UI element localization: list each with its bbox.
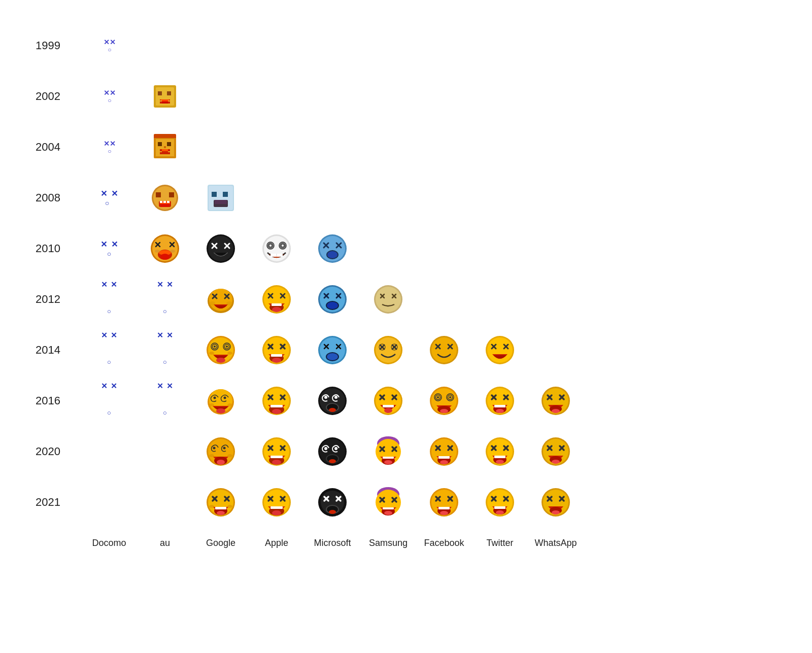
cell-2016-whatsapp (528, 375, 584, 426)
svg-point-134 (226, 346, 228, 348)
svg-point-230 (552, 409, 560, 413)
svg-point-128 (227, 352, 232, 355)
year-1999: 1999 (30, 20, 81, 71)
svg-point-162 (431, 337, 457, 363)
svg-point-127 (209, 352, 214, 355)
svg-rect-326 (383, 507, 394, 509)
apple-2016-emoji (261, 386, 292, 416)
cell-2020-samsung (360, 426, 416, 477)
svg-rect-43 (161, 204, 169, 207)
svg-point-144 (272, 358, 281, 363)
year-2004: 2004 (30, 122, 81, 173)
svg-rect-46 (167, 201, 170, 203)
svg-point-353 (552, 510, 560, 514)
cell-2008-au (137, 173, 193, 223)
cell-2014-facebook (416, 325, 472, 375)
svg-rect-20 (160, 142, 162, 144)
svg-rect-280 (494, 456, 505, 458)
cell-2010-whatsapp (528, 223, 584, 274)
year-2010: 2010 (30, 223, 81, 274)
cell-2016-apple (249, 375, 304, 426)
svg-point-110 (272, 307, 281, 312)
svg-point-336 (440, 511, 448, 515)
svg-point-118 (327, 302, 338, 309)
emoji-grid: 1999 ✕ ✕ ○ 2002 ✕ ✕ ○ (30, 20, 782, 558)
cell-2021-twitter (472, 477, 528, 528)
svg-rect-5 (158, 93, 160, 95)
year-2012: 2012 (30, 274, 81, 325)
svg-rect-22 (167, 142, 169, 144)
svg-rect-33 (156, 192, 158, 195)
year-2014: 2014 (30, 325, 81, 375)
svg-rect-9 (167, 93, 169, 95)
cell-2020-docomo (81, 426, 137, 477)
svg-rect-44 (160, 201, 162, 203)
cell-2012-whatsapp (528, 274, 584, 325)
svg-rect-26 (164, 146, 166, 148)
svg-rect-58 (215, 200, 227, 204)
svg-rect-54 (225, 194, 228, 197)
svg-point-192 (334, 396, 337, 399)
svg-rect-36 (156, 195, 158, 197)
svg-rect-24 (169, 142, 171, 144)
google-2016-emoji (206, 386, 236, 416)
svg-point-177 (214, 397, 216, 399)
cell-2010-google (193, 223, 249, 274)
svg-point-195 (329, 408, 336, 412)
cell-2021-apple (249, 477, 304, 528)
cell-2008-facebook (416, 173, 472, 223)
year-2002: 2002 (30, 71, 81, 122)
svg-point-208 (437, 396, 439, 398)
svg-rect-38 (172, 195, 174, 197)
cell-2012-apple (249, 274, 304, 325)
svg-rect-35 (158, 192, 161, 195)
cell-2004-facebook (416, 122, 472, 173)
facebook-2016-emoji (429, 386, 459, 416)
svg-point-168 (487, 337, 513, 363)
svg-point-93 (327, 251, 337, 258)
svg-point-236 (223, 447, 226, 450)
cell-1999-twitter (472, 20, 528, 71)
cell-1999-whatsapp (528, 20, 584, 71)
apple-2021-emoji (261, 487, 292, 518)
cell-2016-twitter (472, 375, 528, 426)
whatsapp-2021-emoji (540, 487, 571, 518)
whatsapp-2016-emoji (540, 386, 571, 416)
cell-2016-microsoft (304, 375, 360, 426)
cell-2016-docomo: ✕ ✕ ○ (81, 375, 137, 426)
svg-rect-37 (169, 192, 172, 195)
svg-point-191 (324, 396, 327, 399)
svg-point-247 (272, 460, 281, 465)
twitter-2021-emoji (485, 487, 515, 518)
facebook-2020-emoji (429, 436, 459, 467)
svg-rect-187 (270, 405, 283, 407)
svg-point-327 (384, 511, 392, 515)
svg-rect-262 (383, 457, 394, 459)
svg-rect-49 (212, 192, 214, 194)
col-label-apple: Apple (249, 528, 304, 558)
year-2020: 2020 (30, 426, 81, 477)
cell-2004-twitter (472, 122, 528, 173)
cell-2021-microsoft (304, 477, 360, 528)
cell-2021-google (193, 477, 249, 528)
cell-2020-microsoft (304, 426, 360, 477)
cell-2020-au (137, 426, 193, 477)
google-2008-emoji (207, 184, 235, 212)
cell-2016-au: ✕ ✕ ○ (137, 375, 193, 426)
twitter-2016-emoji (485, 386, 515, 416)
svg-point-222 (496, 409, 504, 413)
cell-2008-docomo: ✕ ✕ ○ (81, 173, 137, 223)
svg-rect-34 (158, 195, 161, 197)
cell-1999-apple (249, 20, 304, 71)
cell-2008-microsoft (304, 173, 360, 223)
svg-rect-299 (215, 507, 226, 509)
cell-2010-microsoft (304, 223, 360, 274)
svg-rect-19 (160, 144, 162, 146)
svg-rect-18 (158, 142, 160, 144)
cell-2008-samsung (360, 173, 416, 223)
col-label-whatsapp: WhatsApp (528, 528, 584, 558)
twitter-2014-emoji (485, 335, 515, 365)
cell-2002-au (137, 71, 193, 122)
cell-1999-facebook (416, 20, 472, 71)
svg-rect-246 (270, 456, 283, 458)
